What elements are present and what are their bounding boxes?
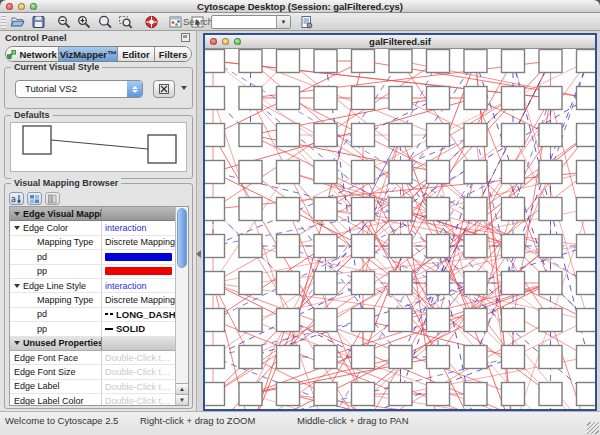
network-node[interactable] (502, 383, 525, 406)
float-panel-icon[interactable] (181, 33, 190, 42)
network-node[interactable] (314, 50, 337, 73)
vmb-row-edge-label-color[interactable]: Edge Label ColorDouble-Click to cr... (10, 394, 175, 405)
overview-icon[interactable] (168, 15, 183, 29)
vmb-row-value[interactable]: Discrete Mapping (102, 236, 175, 249)
network-node[interactable] (314, 161, 337, 184)
style-options-button[interactable] (153, 80, 175, 98)
network-node[interactable] (502, 87, 525, 110)
network-node[interactable] (352, 235, 375, 258)
network-node[interactable] (577, 124, 596, 147)
search-dropdown-arrow[interactable]: ▼ (276, 16, 290, 28)
network-node[interactable] (427, 346, 450, 369)
network-node[interactable] (277, 309, 300, 332)
network-node[interactable] (539, 235, 562, 258)
vmb-scrollbar-thumb[interactable] (177, 208, 187, 268)
network-node[interactable] (239, 161, 262, 184)
network-node[interactable] (239, 346, 262, 369)
edge-pp[interactable] (213, 172, 288, 283)
network-node[interactable] (539, 198, 562, 221)
network-node[interactable] (502, 346, 525, 369)
network-node[interactable] (352, 198, 375, 221)
network-node[interactable] (205, 87, 225, 110)
network-node[interactable] (239, 235, 262, 258)
network-node[interactable] (314, 346, 337, 369)
network-node[interactable] (577, 272, 596, 295)
edge-pd[interactable] (401, 98, 589, 209)
network-node[interactable] (277, 272, 300, 295)
network-node[interactable] (205, 346, 225, 369)
zoom-out-icon[interactable] (57, 15, 72, 29)
network-node[interactable] (427, 50, 450, 73)
edge-pd[interactable] (251, 246, 589, 357)
edge-pp[interactable] (251, 172, 589, 409)
network-node[interactable] (205, 161, 225, 184)
network-node[interactable] (277, 161, 300, 184)
sort-by-category-icon[interactable] (27, 192, 42, 205)
vmb-row-mapping-type[interactable]: Mapping TypeDiscrete Mapping (10, 236, 175, 250)
vmb-row-edge-visual-mapping[interactable]: Edge Visual Mapping (10, 207, 175, 221)
network-node[interactable] (277, 235, 300, 258)
vmb-row-unused-properties[interactable]: Unused Properties (10, 337, 175, 351)
edge-pp[interactable] (251, 98, 589, 283)
style-options-dropdown-icon[interactable] (181, 86, 187, 90)
network-node[interactable] (464, 161, 487, 184)
network-node[interactable] (502, 50, 525, 73)
network-node[interactable] (464, 124, 487, 147)
network-node[interactable] (205, 198, 225, 221)
vmb-row-value[interactable] (102, 250, 175, 263)
network-window-titlebar[interactable]: galFiltered.sif (205, 35, 595, 49)
resize-grip-icon[interactable] (587, 422, 599, 434)
network-node[interactable] (502, 124, 525, 147)
collapse-triangle-icon[interactable] (14, 284, 20, 288)
zoom-selected-icon[interactable] (118, 15, 133, 29)
network-node[interactable] (464, 309, 487, 332)
network-node[interactable] (389, 50, 412, 73)
vmb-row-pd[interactable]: pdLONG_DASH (10, 308, 175, 322)
network-node[interactable] (389, 383, 412, 406)
vmb-row-value[interactable]: Double-Click to cr... (102, 380, 175, 393)
color-swatch[interactable] (105, 267, 172, 275)
network-node[interactable] (464, 87, 487, 110)
network-node[interactable] (277, 124, 300, 147)
vmb-row-mapping-type[interactable]: Mapping TypeDiscrete Mapping (10, 293, 175, 307)
vmb-row-pp[interactable]: pp (10, 265, 175, 279)
network-node[interactable] (205, 272, 225, 295)
network-node[interactable] (389, 235, 412, 258)
network-node[interactable] (239, 198, 262, 221)
network-node[interactable] (314, 272, 337, 295)
network-node[interactable] (502, 161, 525, 184)
vmb-scrollbar[interactable]: ▲ ▼ (175, 207, 188, 405)
vmb-row-edge-line-style[interactable]: Edge Line Styleinteraction (10, 279, 175, 293)
vmb-row-value[interactable] (102, 207, 175, 220)
network-node[interactable] (277, 50, 300, 73)
vmb-row-value[interactable]: Double-Click to cr... (102, 365, 175, 378)
network-node[interactable] (539, 124, 562, 147)
network-node[interactable] (539, 161, 562, 184)
network-node[interactable] (502, 309, 525, 332)
network-canvas[interactable] (205, 49, 595, 409)
network-node[interactable] (389, 346, 412, 369)
network-node[interactable] (539, 346, 562, 369)
network-node[interactable] (352, 383, 375, 406)
vmb-row-value[interactable]: LONG_DASH (102, 308, 175, 321)
network-node[interactable] (427, 161, 450, 184)
network-node[interactable] (352, 161, 375, 184)
tab-editor[interactable]: Editor (118, 47, 155, 61)
network-node[interactable] (427, 309, 450, 332)
vmb-row-value[interactable] (102, 337, 175, 350)
network-node[interactable] (464, 272, 487, 295)
vmb-row-value[interactable] (102, 265, 175, 278)
search-input[interactable]: ▼ (211, 15, 291, 29)
network-node[interactable] (502, 272, 525, 295)
color-swatch[interactable] (105, 253, 172, 261)
save-icon[interactable] (31, 15, 46, 29)
network-node[interactable] (427, 383, 450, 406)
collapse-triangle-icon[interactable] (14, 341, 20, 345)
network-node[interactable] (464, 383, 487, 406)
network-node[interactable] (577, 161, 596, 184)
toolbar-drag-handle[interactable] (1, 14, 6, 29)
network-node[interactable] (539, 272, 562, 295)
network-node[interactable] (239, 272, 262, 295)
search-options-icon[interactable] (299, 15, 314, 29)
network-node[interactable] (577, 235, 596, 258)
